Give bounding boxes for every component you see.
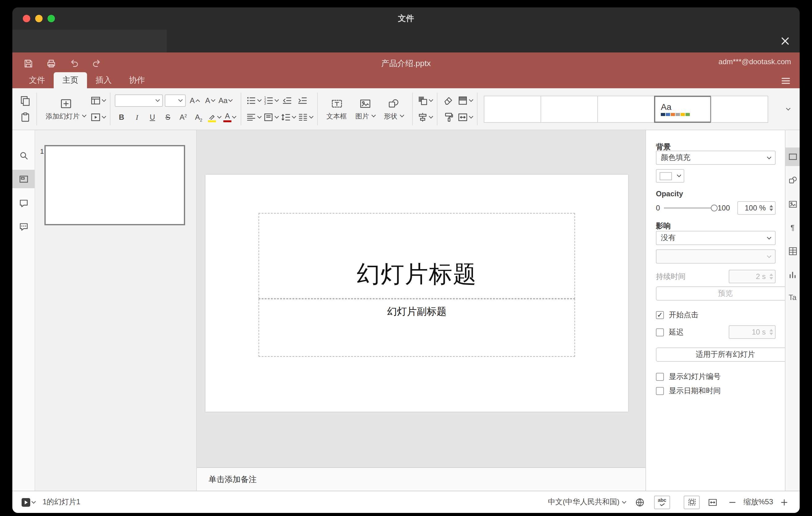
paste-icon[interactable] bbox=[19, 111, 32, 124]
minimize-traffic-light[interactable] bbox=[35, 15, 42, 22]
superscript-icon[interactable]: A bbox=[176, 111, 190, 124]
language-selector[interactable]: 中文(中华人民共和国) bbox=[548, 497, 626, 507]
slide-layout-icon[interactable] bbox=[90, 94, 106, 107]
spinner-arrows-icon[interactable] bbox=[770, 274, 773, 280]
redo-icon[interactable] bbox=[89, 56, 104, 70]
insert-image-button[interactable]: 图片 bbox=[351, 92, 379, 126]
decrease-indent-icon[interactable] bbox=[280, 94, 294, 107]
effect-select[interactable]: 没有 bbox=[656, 231, 776, 245]
arrange-shape-icon[interactable] bbox=[417, 94, 433, 107]
feedback-icon[interactable] bbox=[12, 217, 34, 236]
hamburger-menu-icon[interactable] bbox=[781, 76, 791, 86]
print-icon[interactable] bbox=[44, 56, 59, 70]
strikeout-icon[interactable]: S bbox=[161, 111, 175, 124]
spell-check-icon[interactable]: abc bbox=[654, 495, 670, 509]
bullet-list-icon[interactable] bbox=[245, 94, 261, 107]
increase-indent-icon[interactable] bbox=[295, 94, 309, 107]
fit-width-icon[interactable] bbox=[706, 495, 720, 509]
show-slide-number-checkbox[interactable] bbox=[656, 372, 664, 380]
columns-icon[interactable] bbox=[297, 111, 313, 124]
document-language-icon[interactable] bbox=[633, 495, 647, 509]
close-traffic-light[interactable] bbox=[23, 15, 30, 22]
opacity-spinner[interactable]: 100 % bbox=[737, 201, 776, 215]
image-settings-icon[interactable] bbox=[785, 195, 800, 213]
theme-thumbnail-selected[interactable]: Aa bbox=[654, 95, 712, 122]
effect-type-select[interactable] bbox=[656, 249, 776, 263]
save-icon[interactable] bbox=[21, 56, 36, 70]
insert-shape-button[interactable]: 形状 bbox=[379, 92, 408, 126]
opacity-slider-knob[interactable] bbox=[711, 205, 718, 211]
italic-icon[interactable]: I bbox=[130, 111, 144, 124]
background-fill-select[interactable]: 颜色填充 bbox=[656, 151, 776, 165]
toolbar-separator bbox=[477, 93, 477, 125]
zoom-level-label[interactable]: 缩放%53 bbox=[739, 497, 778, 507]
slide-size-icon[interactable] bbox=[457, 111, 473, 124]
theme-thumbnail[interactable] bbox=[711, 95, 768, 122]
delay-row: 延迟 10 s bbox=[656, 325, 776, 339]
fit-slide-icon[interactable] bbox=[684, 495, 700, 509]
tab-home[interactable]: 主页 bbox=[54, 72, 87, 88]
align-shape-icon[interactable] bbox=[417, 111, 433, 124]
slide[interactable]: 幻灯片标题 幻灯片副标题 bbox=[205, 175, 628, 412]
slide-settings-icon[interactable] bbox=[785, 147, 800, 166]
chart-settings-icon[interactable] bbox=[785, 265, 800, 284]
tab-file[interactable]: 文件 bbox=[20, 72, 54, 88]
paragraph-settings-icon[interactable]: ¶ bbox=[785, 219, 800, 237]
change-case-icon[interactable]: Aa bbox=[219, 94, 232, 107]
tab-insert[interactable]: 插入 bbox=[87, 72, 120, 88]
increase-font-icon[interactable]: A bbox=[187, 94, 201, 107]
zoom-out-icon[interactable] bbox=[726, 495, 739, 509]
horizontal-align-icon[interactable] bbox=[245, 111, 261, 124]
font-color-icon[interactable]: A bbox=[223, 111, 236, 124]
theme-thumbnail[interactable] bbox=[597, 95, 655, 122]
copy-style-icon[interactable] bbox=[442, 111, 455, 124]
delay-spinner[interactable]: 10 s bbox=[729, 325, 776, 339]
spinner-arrows-icon[interactable] bbox=[770, 205, 773, 211]
table-settings-icon[interactable] bbox=[785, 242, 800, 260]
theme-thumbnail[interactable] bbox=[484, 95, 541, 122]
zoom-in-icon[interactable] bbox=[778, 495, 791, 509]
vertical-align-icon[interactable] bbox=[263, 111, 278, 124]
theme-gallery-expand-icon[interactable] bbox=[781, 108, 793, 110]
search-icon[interactable] bbox=[12, 146, 34, 165]
clear-style-icon[interactable] bbox=[442, 94, 455, 107]
shape-settings-icon[interactable] bbox=[785, 171, 800, 190]
start-preview-icon[interactable] bbox=[21, 495, 35, 509]
slide-thumbnail[interactable] bbox=[45, 145, 185, 225]
tab-collaboration[interactable]: 协作 bbox=[120, 72, 154, 88]
undo-icon[interactable] bbox=[67, 56, 82, 70]
duration-spinner[interactable]: 2 s bbox=[729, 270, 776, 283]
start-slideshow-icon[interactable] bbox=[90, 111, 106, 124]
insert-textbox-button[interactable]: 文本框 bbox=[322, 92, 351, 126]
copy-icon[interactable] bbox=[19, 94, 32, 107]
font-name-combo[interactable] bbox=[115, 94, 163, 107]
apply-to-all-slides-button[interactable]: 适用于所有幻灯片 bbox=[656, 347, 795, 362]
delay-checkbox[interactable] bbox=[656, 328, 664, 336]
decrease-font-icon[interactable]: A bbox=[203, 94, 216, 107]
line-spacing-icon[interactable] bbox=[280, 111, 295, 124]
slide-title-placeholder[interactable]: 幻灯片标题 bbox=[259, 213, 575, 299]
highlight-color-icon[interactable] bbox=[207, 111, 221, 124]
slide-subtitle-placeholder[interactable]: 幻灯片副标题 bbox=[259, 299, 575, 357]
subscript-icon[interactable]: A bbox=[192, 111, 205, 124]
opacity-slider[interactable] bbox=[664, 207, 716, 209]
font-size-combo[interactable] bbox=[165, 94, 186, 107]
underline-icon[interactable]: U bbox=[146, 111, 159, 124]
numbered-list-icon[interactable]: 123 bbox=[263, 94, 278, 107]
spinner-arrows-icon[interactable] bbox=[770, 329, 773, 336]
shape-fill-icon[interactable] bbox=[457, 94, 473, 107]
zoom-traffic-light[interactable] bbox=[48, 15, 55, 22]
add-slide-button[interactable]: 添加幻灯片 bbox=[41, 92, 90, 126]
slide-canvas[interactable]: 幻灯片标题 幻灯片副标题 bbox=[197, 130, 645, 467]
preview-button[interactable]: 预览 bbox=[656, 286, 795, 300]
close-icon[interactable] bbox=[780, 36, 790, 46]
background-color-picker[interactable] bbox=[656, 169, 684, 183]
show-date-time-checkbox[interactable] bbox=[656, 387, 664, 395]
slides-panel-icon[interactable] bbox=[12, 170, 34, 188]
textart-settings-icon[interactable]: Ta bbox=[785, 288, 800, 307]
theme-thumbnail[interactable] bbox=[541, 95, 598, 122]
comments-icon[interactable] bbox=[12, 194, 34, 212]
start-on-click-checkbox[interactable]: ✓ bbox=[656, 311, 664, 319]
bold-icon[interactable]: B bbox=[115, 111, 128, 124]
notes-area[interactable]: 单击添加备注 bbox=[197, 467, 645, 491]
